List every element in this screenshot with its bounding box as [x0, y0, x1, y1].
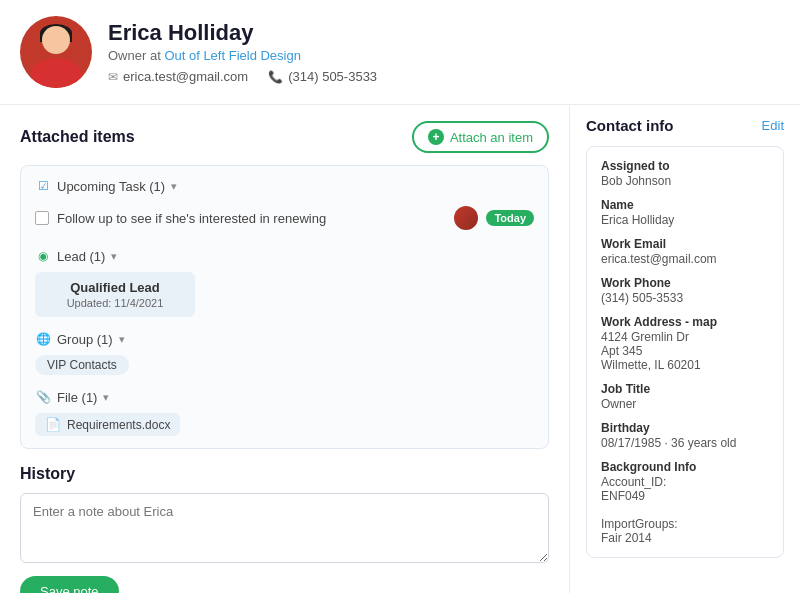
save-note-button[interactable]: Save note: [20, 576, 119, 593]
name-label: Name: [601, 198, 769, 212]
birthday-label: Birthday: [601, 421, 769, 435]
left-panel: Attached items + Attach an item ☑ Upcomi…: [0, 105, 570, 593]
header-info: Erica Holliday Owner at Out of Left Fiel…: [108, 20, 780, 84]
group-icon: 🌐: [35, 331, 51, 347]
today-badge: Today: [486, 210, 534, 226]
task-chevron-icon: ▾: [171, 180, 177, 193]
birthday-value: 08/17/1985 · 36 years old: [601, 436, 769, 450]
group-section-header[interactable]: 🌐 Group (1) ▾: [35, 331, 534, 347]
group-chevron-icon: ▾: [119, 333, 125, 346]
lead-section-header[interactable]: ◉ Lead (1) ▾: [35, 248, 534, 264]
task-text: Follow up to see if she's interested in …: [57, 211, 326, 226]
main-content: Attached items + Attach an item ☑ Upcomi…: [0, 105, 800, 593]
attach-btn-label: Attach an item: [450, 130, 533, 145]
group-section: 🌐 Group (1) ▾ VIP Contacts: [35, 331, 534, 375]
task-checkbox[interactable]: [35, 211, 49, 225]
contact-card: Assigned to Bob Johnson Name Erica Holli…: [586, 146, 784, 558]
address-line2: Apt 345: [601, 344, 769, 358]
address-line1: 4124 Gremlin Dr: [601, 330, 769, 344]
file-chevron-icon: ▾: [103, 391, 109, 404]
contact-info-title: Contact info: [586, 117, 674, 134]
contact-details: ✉ erica.test@gmail.com 📞 (314) 505-3533: [108, 69, 780, 84]
task-section: ☑ Upcoming Task (1) ▾ Follow up to see i…: [35, 178, 534, 234]
file-section: 📎 File (1) ▾ 📄 Requirements.docx: [35, 389, 534, 436]
background-info-field: Background Info Account_ID: ENF049 Impor…: [601, 460, 769, 545]
lead-card-updated: Updated: 11/4/2021: [47, 297, 183, 309]
email-item: ✉ erica.test@gmail.com: [108, 69, 248, 84]
history-section: History Save note: [20, 465, 549, 593]
avatar: [20, 16, 92, 88]
work-address-value: 4124 Gremlin Dr Apt 345 Wilmette, IL 602…: [601, 330, 769, 372]
task-right: Today: [454, 206, 534, 230]
file-item[interactable]: 📄 Requirements.docx: [35, 413, 180, 436]
company-link[interactable]: Out of Left Field Design: [164, 48, 301, 63]
task-row: Follow up to see if she's interested in …: [35, 202, 534, 234]
task-section-header[interactable]: ☑ Upcoming Task (1) ▾: [35, 178, 534, 194]
group-tag: VIP Contacts: [35, 355, 129, 375]
phone-icon: 📞: [268, 70, 283, 84]
right-panel: Contact info Edit Assigned to Bob Johnso…: [570, 105, 800, 593]
assigned-to-field: Assigned to Bob Johnson: [601, 159, 769, 188]
lead-section: ◉ Lead (1) ▾ Qualified Lead Updated: 11/…: [35, 248, 534, 317]
phone-item: 📞 (314) 505-3533: [268, 69, 377, 84]
phone-text: (314) 505-3533: [288, 69, 377, 84]
history-title: History: [20, 465, 549, 483]
lead-card[interactable]: Qualified Lead Updated: 11/4/2021: [35, 272, 195, 317]
assigned-to-label: Assigned to: [601, 159, 769, 173]
background-info-label: Background Info: [601, 460, 769, 474]
name-field: Name Erica Holliday: [601, 198, 769, 227]
lead-card-name: Qualified Lead: [47, 280, 183, 295]
attach-item-button[interactable]: + Attach an item: [412, 121, 549, 153]
background-info-value: Account_ID: ENF049 ImportGroups: Fair 20…: [601, 475, 769, 545]
group-section-label: Group (1): [57, 332, 113, 347]
contact-role: Owner at Out of Left Field Design: [108, 48, 780, 63]
role-prefix: Owner at: [108, 48, 161, 63]
work-phone-field: Work Phone (314) 505-3533: [601, 276, 769, 305]
work-address-field: Work Address - map 4124 Gremlin Dr Apt 3…: [601, 315, 769, 372]
file-name: Requirements.docx: [67, 418, 170, 432]
file-section-label: File (1): [57, 390, 97, 405]
attached-items-title: Attached items: [20, 128, 135, 146]
job-title-field: Job Title Owner: [601, 382, 769, 411]
contact-header: Erica Holliday Owner at Out of Left Fiel…: [0, 0, 800, 105]
lead-section-label: Lead (1): [57, 249, 105, 264]
work-phone-value: (314) 505-3533: [601, 291, 769, 305]
task-section-label: Upcoming Task (1): [57, 179, 165, 194]
work-email-label: Work Email: [601, 237, 769, 251]
task-avatar-img: [454, 206, 478, 230]
work-address-label: Work Address - map: [601, 315, 769, 329]
address-line3: Wilmette, IL 60201: [601, 358, 769, 372]
note-textarea[interactable]: [20, 493, 549, 563]
contact-info-header: Contact info Edit: [586, 117, 784, 134]
name-value: Erica Holliday: [601, 213, 769, 227]
task-avatar: [454, 206, 478, 230]
work-email-value: erica.test@gmail.com: [601, 252, 769, 266]
attached-items-header: Attached items + Attach an item: [20, 121, 549, 153]
job-title-value: Owner: [601, 397, 769, 411]
assigned-to-value: Bob Johnson: [601, 174, 769, 188]
task-icon: ☑: [35, 178, 51, 194]
lead-chevron-icon: ▾: [111, 250, 117, 263]
contact-name: Erica Holliday: [108, 20, 780, 46]
work-phone-label: Work Phone: [601, 276, 769, 290]
file-doc-icon: 📄: [45, 417, 61, 432]
job-title-label: Job Title: [601, 382, 769, 396]
edit-link[interactable]: Edit: [762, 118, 784, 133]
email-link[interactable]: erica.test@gmail.com: [123, 69, 248, 84]
email-icon: ✉: [108, 70, 118, 84]
attached-items-card: ☑ Upcoming Task (1) ▾ Follow up to see i…: [20, 165, 549, 449]
plus-circle-icon: +: [428, 129, 444, 145]
lead-icon: ◉: [35, 248, 51, 264]
work-email-field: Work Email erica.test@gmail.com: [601, 237, 769, 266]
file-section-icon: 📎: [35, 389, 51, 405]
file-section-header[interactable]: 📎 File (1) ▾: [35, 389, 534, 405]
task-left: Follow up to see if she's interested in …: [35, 211, 326, 226]
birthday-field: Birthday 08/17/1985 · 36 years old: [601, 421, 769, 450]
